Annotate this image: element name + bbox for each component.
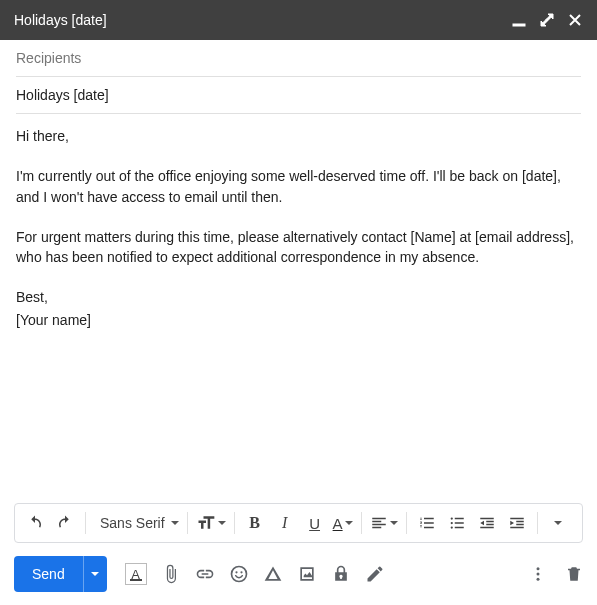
svg-point-7 (537, 567, 540, 570)
numbered-list-button[interactable] (413, 509, 441, 537)
minimize-icon[interactable] (511, 12, 527, 28)
redo-button[interactable] (51, 509, 79, 537)
italic-icon: I (282, 514, 287, 532)
font-size-select[interactable] (194, 513, 228, 533)
expand-icon[interactable] (539, 12, 555, 28)
indent-less-button[interactable] (473, 509, 501, 537)
subject-field[interactable]: Holidays [date] (16, 77, 581, 114)
chevron-down-icon (345, 521, 353, 525)
attach-file-button[interactable] (161, 564, 181, 584)
body-paragraph-2: For urgent matters during this time, ple… (16, 227, 581, 268)
more-formatting-button[interactable] (544, 509, 572, 537)
italic-button[interactable]: I (271, 509, 299, 537)
bold-icon: B (249, 514, 260, 532)
svg-point-4 (231, 567, 246, 582)
chevron-down-icon (91, 572, 99, 576)
insert-signature-button[interactable] (365, 564, 385, 584)
insert-emoji-button[interactable] (229, 564, 249, 584)
compose-titlebar: Holidays [date] (0, 0, 597, 40)
separator (361, 512, 362, 534)
separator (406, 512, 407, 534)
svg-point-3 (450, 526, 452, 528)
insert-link-button[interactable] (195, 564, 215, 584)
message-body[interactable]: Hi there, I'm currently out of the offic… (0, 114, 597, 495)
body-greeting: Hi there, (16, 126, 581, 146)
underline-button[interactable]: U (301, 509, 329, 537)
text-color-icon: A (333, 515, 343, 532)
font-family-select[interactable]: Sans Serif (92, 515, 181, 531)
svg-point-1 (450, 517, 452, 519)
send-options-button[interactable] (83, 556, 107, 592)
subject-text: Holidays [date] (16, 87, 109, 103)
indent-more-button[interactable] (503, 509, 531, 537)
confidential-mode-button[interactable] (331, 564, 351, 584)
chevron-down-icon (171, 521, 179, 525)
text-color-button[interactable]: A (331, 515, 355, 532)
header-fields: Recipients Holidays [date] (0, 40, 597, 114)
separator (85, 512, 86, 534)
formatting-options-button[interactable]: A (125, 563, 147, 585)
compose-action-icons: A (125, 563, 385, 585)
svg-point-9 (537, 578, 540, 581)
chevron-down-icon (554, 521, 562, 525)
compose-right-actions (529, 565, 583, 583)
body-signature-name: [Your name] (16, 310, 581, 330)
undo-button[interactable] (21, 509, 49, 537)
recipients-field[interactable]: Recipients (16, 40, 581, 77)
font-family-label: Sans Serif (100, 515, 165, 531)
discard-draft-button[interactable] (565, 565, 583, 583)
format-toolbar: Sans Serif B I U A (14, 503, 583, 543)
close-icon[interactable] (567, 12, 583, 28)
svg-point-6 (240, 571, 242, 573)
bulleted-list-button[interactable] (443, 509, 471, 537)
insert-photo-button[interactable] (297, 564, 317, 584)
separator (187, 512, 188, 534)
svg-point-5 (235, 571, 237, 573)
svg-point-2 (450, 522, 452, 524)
underline-icon: U (309, 515, 320, 532)
action-bar: Send A (0, 553, 597, 605)
recipients-placeholder: Recipients (16, 50, 81, 66)
send-button[interactable]: Send (14, 556, 83, 592)
svg-point-8 (537, 573, 540, 576)
separator (234, 512, 235, 534)
align-button[interactable] (368, 514, 400, 532)
body-paragraph-1: I'm currently out of the office enjoying… (16, 166, 581, 207)
window-title: Holidays [date] (14, 12, 511, 28)
window-controls (511, 12, 583, 28)
svg-rect-0 (513, 24, 525, 26)
send-group: Send (14, 556, 107, 592)
body-signoff: Best, (16, 287, 581, 307)
chevron-down-icon (218, 521, 226, 525)
insert-drive-button[interactable] (263, 564, 283, 584)
chevron-down-icon (390, 521, 398, 525)
bold-button[interactable]: B (241, 509, 269, 537)
separator (537, 512, 538, 534)
more-options-button[interactable] (529, 565, 547, 583)
